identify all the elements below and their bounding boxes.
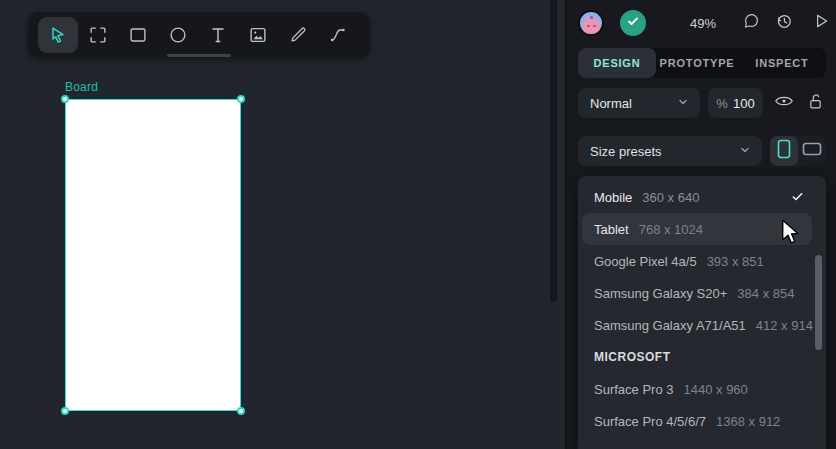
toolbar — [28, 12, 370, 58]
pencil-icon — [287, 24, 309, 46]
preset-dims: 768 x 1024 — [639, 222, 703, 237]
board-frame-icon — [87, 24, 109, 46]
history-clock-icon — [774, 11, 794, 35]
history-button[interactable] — [774, 11, 794, 35]
size-presets-row: Size presets — [578, 136, 826, 166]
preset-item-galaxy-a71[interactable]: Samsung Galaxy A71/A51 412 x 914 — [578, 309, 826, 341]
avatar-figure — [583, 17, 600, 36]
check-icon — [626, 14, 640, 32]
landscape-phone-icon — [802, 142, 822, 160]
comment-bubble-icon — [742, 12, 761, 35]
opacity-value: 100 — [733, 96, 755, 111]
visibility-toggle[interactable] — [774, 94, 794, 112]
orientation-toggle-group — [770, 136, 826, 166]
toolbar-drag-handle[interactable] — [167, 54, 231, 57]
orientation-portrait-button[interactable] — [770, 136, 798, 166]
preset-item-remarkable[interactable]: ReMarkable — [578, 437, 826, 449]
resize-handle-top-left[interactable] — [61, 95, 69, 103]
text-icon — [207, 24, 229, 46]
section-label: MICROSOFT — [594, 350, 671, 364]
text-tool-button[interactable] — [198, 17, 238, 53]
cursor-select-icon — [47, 24, 69, 46]
chevron-down-icon — [676, 95, 690, 112]
check-icon — [791, 190, 804, 206]
preset-dims: 393 x 851 — [707, 254, 764, 269]
app-window: Board — [0, 0, 836, 449]
tab-design[interactable]: DESIGN — [578, 48, 656, 78]
preset-dims: 1440 x 960 — [684, 382, 748, 397]
tab-prototype[interactable]: PROTOTYPE — [656, 48, 738, 78]
eye-icon — [774, 94, 794, 112]
ellipse-icon — [167, 24, 189, 46]
opacity-input[interactable]: % 100 — [708, 88, 763, 118]
resize-handle-bottom-left[interactable] — [61, 407, 69, 415]
avatar-eye — [593, 25, 596, 27]
image-icon — [247, 24, 269, 46]
preset-item-google-pixel[interactable]: Google Pixel 4a/5 393 x 851 — [578, 245, 826, 277]
right-panel: 49% DESIGN PROTOTYPE INSPECT — [566, 0, 836, 449]
menu-scrollbar-thumb[interactable] — [815, 255, 822, 350]
blend-opacity-row: Normal % 100 — [578, 88, 826, 118]
preset-dims: 1368 x 912 — [716, 414, 780, 429]
user-avatar[interactable] — [578, 10, 604, 36]
preset-item-tablet[interactable]: Tablet 768 x 1024 — [582, 213, 812, 245]
tab-inspect[interactable]: INSPECT — [738, 48, 826, 78]
panel-tabs: DESIGN PROTOTYPE INSPECT — [578, 48, 826, 78]
preset-name: Surface Pro 3 — [594, 382, 674, 397]
preset-section-microsoft: MICROSOFT — [578, 341, 826, 373]
canvas-area[interactable]: Board — [0, 0, 566, 449]
size-presets-select[interactable]: Size presets — [578, 136, 762, 166]
avatar-decoration — [590, 16, 593, 19]
preset-name: Tablet — [594, 222, 629, 237]
saved-status-badge — [620, 10, 646, 36]
lock-toggle[interactable] — [807, 92, 824, 115]
size-presets-menu: Mobile 360 x 640 Tablet 768 x 1024 Googl… — [578, 176, 826, 449]
image-tool-button[interactable] — [238, 17, 278, 53]
size-presets-label: Size presets — [590, 144, 662, 159]
preset-name: Google Pixel 4a/5 — [594, 254, 697, 269]
rectangle-tool-button[interactable] — [118, 17, 158, 53]
preset-item-galaxy-s20[interactable]: Samsung Galaxy S20+ 384 x 854 — [578, 277, 826, 309]
resize-handle-bottom-right[interactable] — [237, 407, 245, 415]
preset-dims: 412 x 914 — [756, 318, 813, 333]
blend-mode-select[interactable]: Normal — [578, 88, 700, 118]
preset-dims: 360 x 640 — [642, 190, 699, 205]
panel-header: 49% — [578, 0, 826, 46]
canvas-scrollbar-thumb[interactable] — [550, 0, 557, 302]
preset-name: ReMarkable — [594, 446, 664, 449]
rectangle-icon — [127, 24, 149, 46]
preset-name: Samsung Galaxy A71/A51 — [594, 318, 746, 333]
blend-mode-value: Normal — [590, 96, 632, 111]
preset-name: Samsung Galaxy S20+ — [594, 286, 727, 301]
path-tool-button[interactable] — [318, 17, 358, 53]
board-tool-button[interactable] — [78, 17, 118, 53]
preset-item-mobile[interactable]: Mobile 360 x 640 — [578, 181, 826, 213]
play-icon — [812, 12, 830, 34]
select-tool-button[interactable] — [38, 17, 78, 53]
preset-dims: 384 x 854 — [737, 286, 794, 301]
orientation-landscape-button[interactable] — [798, 136, 826, 166]
preset-item-surface-pro-4567[interactable]: Surface Pro 4/5/6/7 1368 x 912 — [578, 405, 826, 437]
preset-name: Surface Pro 4/5/6/7 — [594, 414, 706, 429]
zoom-level[interactable]: 49% — [690, 16, 716, 31]
board-frame[interactable] — [65, 99, 241, 411]
curve-path-icon — [327, 24, 349, 46]
lock-open-icon — [807, 92, 824, 115]
avatar-eye — [587, 25, 590, 27]
ellipse-tool-button[interactable] — [158, 17, 198, 53]
pencil-tool-button[interactable] — [278, 17, 318, 53]
chevron-down-icon — [738, 143, 752, 160]
preset-item-surface-pro-3[interactable]: Surface Pro 3 1440 x 960 — [578, 373, 826, 405]
resize-handle-top-right[interactable] — [237, 95, 245, 103]
percent-symbol: % — [716, 96, 728, 111]
present-button[interactable] — [812, 12, 830, 34]
preset-name: Mobile — [594, 190, 632, 205]
portrait-phone-icon — [777, 139, 791, 163]
comments-button[interactable] — [742, 12, 761, 35]
board-label[interactable]: Board — [65, 80, 98, 94]
